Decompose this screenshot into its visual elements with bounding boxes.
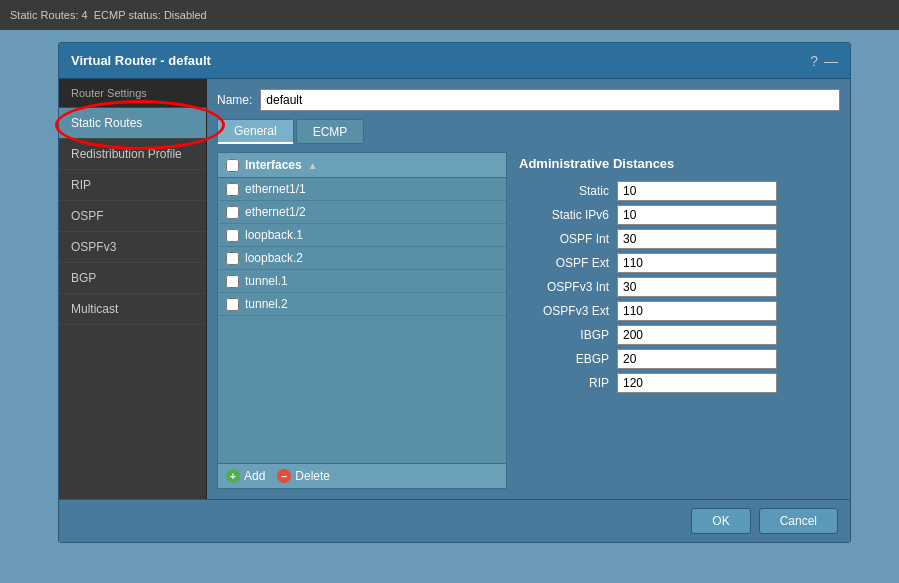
list-item: ethernet1/1 xyxy=(218,178,506,201)
modal-title: Virtual Router - default xyxy=(71,53,211,68)
delete-icon: − xyxy=(277,469,291,483)
table-row: Static xyxy=(519,181,836,201)
interfaces-list: ethernet1/1 ethernet1/2 loopback.1 xyxy=(218,178,506,463)
sidebar-item-multicast[interactable]: Multicast xyxy=(59,294,206,325)
add-button[interactable]: + Add xyxy=(226,469,265,483)
modal-body: Router Settings Static Routes Redistribu… xyxy=(59,79,850,499)
table-row: OSPFv3 Ext xyxy=(519,301,836,321)
name-label: Name: xyxy=(217,93,252,107)
add-icon: + xyxy=(226,469,240,483)
admin-label-ospf-ext: OSPF Ext xyxy=(519,256,609,270)
name-row: Name: xyxy=(217,89,840,111)
admin-distances-title: Administrative Distances xyxy=(519,156,836,171)
name-input[interactable] xyxy=(260,89,840,111)
add-label: Add xyxy=(244,469,265,483)
admin-label-ebgp: EBGP xyxy=(519,352,609,366)
sidebar-item-redistribution-profile[interactable]: Redistribution Profile xyxy=(59,139,206,170)
admin-distances-table: Static Static IPv6 OSPF Int OSPF Ex xyxy=(519,181,836,393)
ecmp-status: ECMP status: Disabled xyxy=(94,9,207,21)
sidebar-item-router-settings[interactable]: Router Settings xyxy=(59,79,206,108)
sidebar: Router Settings Static Routes Redistribu… xyxy=(59,79,207,499)
interfaces-header: Interfaces ▲ xyxy=(218,153,506,178)
interfaces-header-text: Interfaces xyxy=(245,158,302,172)
content-area: Name: General ECMP Interfaces ▲ xyxy=(207,79,850,499)
table-row: OSPFv3 Int xyxy=(519,277,836,297)
delete-label: Delete xyxy=(295,469,330,483)
interface-name: ethernet1/1 xyxy=(245,182,306,196)
modal-footer: OK Cancel xyxy=(59,499,850,542)
interface-name: ethernet1/2 xyxy=(245,205,306,219)
delete-button[interactable]: − Delete xyxy=(277,469,330,483)
admin-input-static[interactable] xyxy=(617,181,777,201)
minimize-icon[interactable]: — xyxy=(824,53,838,69)
admin-distances-panel: Administrative Distances Static Static I… xyxy=(515,152,840,489)
interface-checkbox-lo2[interactable] xyxy=(226,252,239,265)
table-row: RIP xyxy=(519,373,836,393)
admin-input-ebgp[interactable] xyxy=(617,349,777,369)
admin-input-ospf-int[interactable] xyxy=(617,229,777,249)
tab-general[interactable]: General xyxy=(217,119,294,144)
ok-button[interactable]: OK xyxy=(691,508,750,534)
sidebar-item-static-routes[interactable]: Static Routes xyxy=(59,108,206,139)
table-row: OSPF Ext xyxy=(519,253,836,273)
admin-label-static: Static xyxy=(519,184,609,198)
sort-icon[interactable]: ▲ xyxy=(308,160,318,171)
admin-input-ibgp[interactable] xyxy=(617,325,777,345)
admin-input-ospf-ext[interactable] xyxy=(617,253,777,273)
list-item: loopback.1 xyxy=(218,224,506,247)
main-panel: Interfaces ▲ ethernet1/1 ethernet1/2 xyxy=(217,152,840,489)
admin-input-rip[interactable] xyxy=(617,373,777,393)
table-row: OSPF Int xyxy=(519,229,836,249)
interface-checkbox-eth2[interactable] xyxy=(226,206,239,219)
admin-input-ospfv3-ext[interactable] xyxy=(617,301,777,321)
admin-input-ospfv3-int[interactable] xyxy=(617,277,777,297)
interface-name: tunnel.2 xyxy=(245,297,288,311)
interface-checkbox-tun1[interactable] xyxy=(226,275,239,288)
cancel-button[interactable]: Cancel xyxy=(759,508,838,534)
tabs-row: General ECMP xyxy=(217,119,840,144)
interface-name: loopback.2 xyxy=(245,251,303,265)
sidebar-item-rip[interactable]: RIP xyxy=(59,170,206,201)
sidebar-item-ospf[interactable]: OSPF xyxy=(59,201,206,232)
list-item: tunnel.2 xyxy=(218,293,506,316)
interface-checkbox-eth1[interactable] xyxy=(226,183,239,196)
interface-checkbox-lo1[interactable] xyxy=(226,229,239,242)
interfaces-panel: Interfaces ▲ ethernet1/1 ethernet1/2 xyxy=(217,152,507,489)
help-icon[interactable]: ? xyxy=(810,53,818,69)
admin-label-ospfv3-ext: OSPFv3 Ext xyxy=(519,304,609,318)
interface-checkbox-tun2[interactable] xyxy=(226,298,239,311)
admin-label-static-ipv6: Static IPv6 xyxy=(519,208,609,222)
list-item: tunnel.1 xyxy=(218,270,506,293)
interfaces-footer: + Add − Delete xyxy=(218,463,506,488)
table-row: IBGP xyxy=(519,325,836,345)
admin-input-static-ipv6[interactable] xyxy=(617,205,777,225)
table-row: Static IPv6 xyxy=(519,205,836,225)
admin-label-ospfv3-int: OSPFv3 Int xyxy=(519,280,609,294)
modal-header-icons: ? — xyxy=(810,53,838,69)
admin-label-ospf-int: OSPF Int xyxy=(519,232,609,246)
admin-label-rip: RIP xyxy=(519,376,609,390)
interfaces-select-all[interactable] xyxy=(226,159,239,172)
tab-ecmp[interactable]: ECMP xyxy=(296,119,365,144)
modal-header: Virtual Router - default ? — xyxy=(59,43,850,79)
admin-label-ibgp: IBGP xyxy=(519,328,609,342)
interface-name: loopback.1 xyxy=(245,228,303,242)
interface-name: tunnel.1 xyxy=(245,274,288,288)
top-bar: Static Routes: 4 ECMP status: Disabled xyxy=(0,0,899,30)
sidebar-item-bgp[interactable]: BGP xyxy=(59,263,206,294)
list-item: loopback.2 xyxy=(218,247,506,270)
static-routes-count: Static Routes: 4 xyxy=(10,9,88,21)
list-item: ethernet1/2 xyxy=(218,201,506,224)
table-row: EBGP xyxy=(519,349,836,369)
sidebar-item-ospfv3[interactable]: OSPFv3 xyxy=(59,232,206,263)
modal-dialog: Virtual Router - default ? — Router Sett… xyxy=(58,42,851,543)
